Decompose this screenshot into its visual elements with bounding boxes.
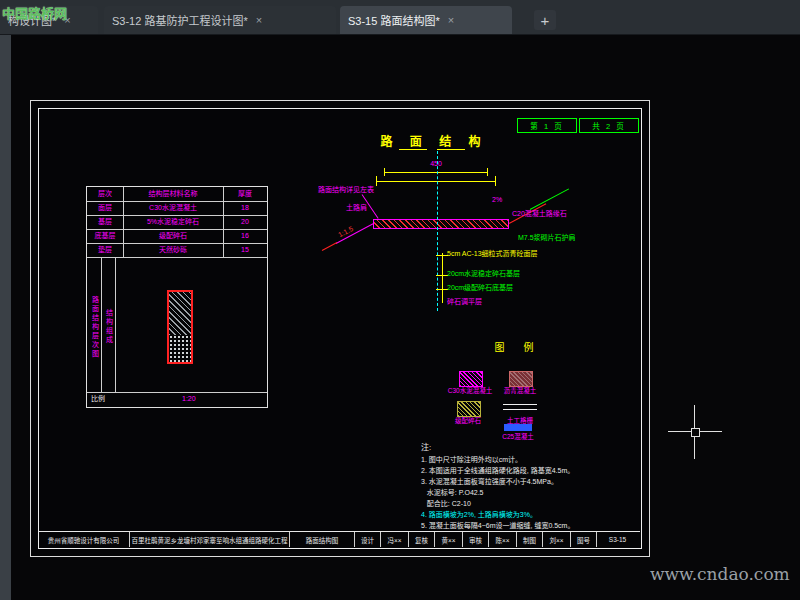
table-cell: 5%水泥稳定碎石	[123, 218, 223, 226]
table-cell: 20	[223, 218, 267, 226]
callout-right-2: C20混凝土路缘石	[512, 210, 567, 218]
table-line	[87, 215, 267, 216]
ground-line-right	[530, 188, 569, 210]
legend-label: C25混凝土	[497, 433, 539, 440]
table-side-label-2: 结构组成	[102, 282, 115, 372]
drawing-no-label: 图号	[571, 532, 597, 547]
site-watermark-bottom: www.cndao.com	[650, 564, 790, 584]
new-tab-button[interactable]: +	[534, 10, 556, 30]
table-cell: 垫层	[87, 246, 123, 254]
layer-label-2: 20cm水泥稳定碎石基层	[447, 270, 520, 278]
site-watermark-top: 中国路桥网	[2, 3, 67, 22]
table-cell: C30水泥混凝土	[123, 204, 223, 212]
legend-swatch-geogrid-line	[503, 409, 537, 410]
table-cell: 15	[223, 246, 267, 254]
dimension-text: 450	[406, 160, 466, 168]
dimension-line	[384, 172, 488, 173]
tab-s3-15-label: S3-15 路面结构图*	[348, 12, 440, 28]
slope-line-left-ext	[322, 242, 337, 251]
legend-swatch-c25	[504, 424, 532, 431]
legend-swatch-gravel	[457, 401, 481, 417]
field-value-review: 陈××	[489, 532, 517, 547]
project-name: 百里杜鹃黄泥乡龙塘村邓家寨至响水组通组路硬化工程	[130, 532, 290, 547]
callout-left-2: 土路肩	[346, 204, 367, 212]
field-value-draft: 刘××	[543, 532, 571, 547]
note-line: 3. 水泥混凝土面板弯拉强度不小于4.5MPa。	[421, 478, 636, 486]
table-line	[87, 243, 267, 244]
layer-bracket	[442, 253, 443, 303]
legend-title: 图 例	[488, 339, 548, 354]
table-line	[87, 229, 267, 230]
table-cell: 16	[223, 232, 267, 240]
company-name: 贵州省顺驰设计有限公司	[38, 532, 130, 547]
table-side-label-1: 路面结构层次图	[88, 265, 101, 390]
core-gravel-fill	[169, 335, 191, 362]
tab-s3-12[interactable]: S3-12 路基防护工程设计图* ×	[104, 6, 336, 34]
legend-label: 沥青混凝土	[499, 387, 541, 394]
callout-left: 路面结构详见左表	[318, 186, 374, 194]
layer-label-1: 5cm AC-13细粒式沥青砼面层	[447, 250, 538, 258]
legend-label: 级配碎石	[447, 417, 489, 424]
drawing-sheet: 第 1 页 共 2 页 路 面 结 构 450 1:1.5 路面结构详见左表 土…	[30, 100, 650, 557]
table-line	[87, 201, 267, 202]
table-line	[115, 257, 116, 392]
tab-s3-15[interactable]: S3-15 路面结构图* ×	[340, 6, 512, 34]
note-line: 5. 混凝土面板每隔4~6m设一道缩缝, 缝宽0.5cm。	[421, 522, 636, 530]
core-hatch-fill	[169, 292, 191, 335]
tab-close-icon[interactable]: ×	[448, 14, 454, 26]
field-label-review: 审核	[463, 532, 489, 547]
title-block: 贵州省顺驰设计有限公司 百里杜鹃黄泥乡龙塘村邓家寨至响水组通组路硬化工程 路面结…	[38, 531, 640, 547]
legend: 图 例 C30水泥混凝土 沥青混凝土 级配碎石 土工格栅 C25混凝土	[451, 336, 651, 446]
crosshair-pickbox	[691, 428, 700, 437]
table-cell: 基层	[87, 218, 123, 226]
table-cell: 底基层	[87, 232, 123, 240]
layer-label-4: 碎石调平层	[447, 298, 482, 306]
table-header: 结构层材料名称	[123, 190, 223, 198]
note-line: 水泥标号: P.O42.5	[421, 489, 636, 497]
legend-swatch-asphalt	[509, 371, 533, 387]
dimension-tick	[384, 168, 385, 176]
table-cell: 18	[223, 204, 267, 212]
tab-close-icon[interactable]: ×	[256, 14, 262, 26]
note-line: 2. 本图适用于全线通组路硬化路段, 路基宽4.5m。	[421, 467, 636, 475]
tab-s3-12-label: S3-12 路基防护工程设计图*	[112, 12, 248, 28]
dimension-tick	[376, 176, 377, 186]
core-column-detail	[167, 290, 193, 364]
window-left-strip	[0, 35, 11, 600]
field-label-draft: 制图	[517, 532, 543, 547]
dimension-line	[376, 181, 496, 182]
table-cell: 面层	[87, 204, 123, 212]
notes: 注: 1. 图中尺寸除注明外均以cm计。 2. 本图适用于全线通组路硬化路段, …	[421, 443, 636, 530]
page-number-right: 共 2 页	[579, 118, 639, 133]
note-line: 1. 图中尺寸除注明外均以cm计。	[421, 456, 636, 464]
field-label-check: 复核	[409, 532, 435, 547]
road-centerline	[437, 151, 438, 311]
field-label-design: 设计	[355, 532, 381, 547]
note-line: 配合比: C2-10	[421, 500, 636, 508]
tab-bar: 构设计图* × S3-12 路基防护工程设计图* × S3-15 路面结构图* …	[0, 0, 800, 35]
legend-swatch-concrete	[459, 371, 483, 387]
scale-label: 比例	[91, 395, 105, 403]
table-header: 层次	[87, 190, 123, 198]
field-value-check: 黄××	[435, 532, 463, 547]
scale-value: 1:20	[182, 395, 196, 403]
table-header: 厚度	[223, 190, 267, 198]
legend-swatch-geogrid-line	[503, 404, 537, 405]
callout-right-3: M7.5浆砌片石护肩	[518, 234, 576, 242]
drawing-name: 路面结构图	[290, 532, 355, 547]
drawing-no-value: S3-15	[597, 532, 638, 547]
table-cell: 天然砂砾	[123, 246, 223, 254]
layer-label-3: 20cm级配碎石底基层	[447, 284, 513, 292]
dimension-tick	[495, 176, 496, 186]
notes-title: 注:	[421, 443, 636, 453]
dimension-tick	[487, 168, 488, 176]
table-line	[87, 392, 267, 393]
pavement-band	[373, 219, 509, 229]
legend-label: C30水泥混凝土	[445, 387, 495, 394]
callout-right-1: 2%	[492, 196, 502, 204]
note-line: 4. 路面横坡为2%, 土路肩横坡为3%。	[421, 511, 636, 519]
structure-table: 层次 结构层材料名称 厚度 面层 C30水泥混凝土 18 基层 5%水泥稳定碎石…	[86, 186, 268, 408]
table-cell: 级配碎石	[123, 232, 223, 240]
page-number-left: 第 1 页	[517, 118, 577, 133]
table-line	[87, 257, 267, 258]
